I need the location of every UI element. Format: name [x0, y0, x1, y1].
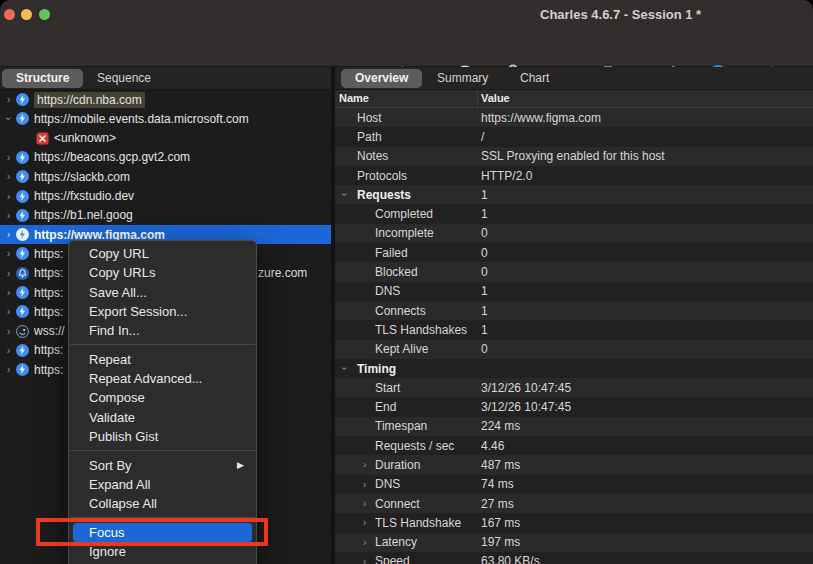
secure-host-icon — [16, 344, 29, 357]
tab-chart[interactable]: Chart — [520, 69, 549, 88]
tree-row-label: https://cdn.nba.com — [34, 92, 145, 108]
chevron-right-icon[interactable]: › — [4, 302, 13, 321]
secure-host-icon — [16, 209, 29, 222]
menu-item-sort-by[interactable]: ▶Sort By — [69, 456, 256, 475]
column-divider[interactable] — [477, 90, 478, 107]
menu-item-find-in[interactable]: Find In... — [69, 321, 256, 340]
chevron-right-icon[interactable]: › — [4, 244, 13, 263]
row-timing-section[interactable]: ›Timing — [335, 359, 813, 378]
menu-item-publish-gist[interactable]: Publish Gist — [69, 427, 256, 446]
row-tls-handshake-time[interactable]: ›TLS Handshake 167 ms — [335, 513, 813, 532]
tree-row-label: https://beacons.gcp.gvt2.com — [34, 150, 190, 164]
tree-row-label: https://slackb.com — [34, 170, 130, 184]
tab-sequence[interactable]: Sequence — [97, 69, 151, 88]
zoom-window-icon[interactable] — [39, 9, 50, 20]
secure-host-icon — [16, 363, 29, 376]
chevron-right-icon[interactable]: › — [4, 90, 13, 109]
secure-host-icon — [16, 93, 29, 106]
tree-row-label: https: — [34, 363, 63, 377]
tab-structure[interactable]: Structure — [2, 69, 83, 88]
row-connects[interactable]: Connects 1 — [335, 301, 813, 320]
row-kept-alive[interactable]: Kept Alive 0 — [335, 340, 813, 359]
close-window-icon[interactable] — [4, 9, 15, 20]
error-icon — [36, 132, 49, 145]
row-host[interactable]: Host https://www.figma.com — [335, 108, 813, 127]
overview-rows: Host https://www.figma.com Path / Notes … — [335, 108, 813, 564]
tree-row-beacons[interactable]: › https://beacons.gcp.gvt2.com — [0, 148, 331, 167]
tree-row-slackb[interactable]: › https://slackb.com — [0, 167, 331, 186]
chevron-right-icon[interactable]: › — [4, 206, 13, 225]
row-tls-handshakes[interactable]: TLS Handshakes 1 — [335, 320, 813, 339]
chevron-right-icon[interactable]: › — [4, 167, 13, 186]
tree-row-microsoft[interactable]: › https://mobile.events.data.microsoft.c… — [0, 109, 331, 128]
row-latency[interactable]: ›Latency 197 ms — [335, 533, 813, 552]
chevron-right-icon[interactable]: › — [4, 341, 13, 360]
tree-row-b1-nel[interactable]: › https://b1.nel.goog — [0, 206, 331, 225]
tree-row-cdn-nba[interactable]: › https://cdn.nba.com — [0, 90, 331, 109]
menu-item-export-session[interactable]: Export Session... — [69, 302, 256, 321]
row-completed[interactable]: Completed 1 — [335, 204, 813, 223]
row-notes[interactable]: Notes SSL Proxying enabled for this host — [335, 147, 813, 166]
chevron-right-icon[interactable]: › — [4, 148, 13, 167]
menu-item-copy-urls[interactable]: Copy URLs — [69, 263, 256, 282]
row-speed[interactable]: ›Speed 63.80 KB/s — [335, 552, 813, 564]
menu-item-validate[interactable]: Validate — [69, 408, 256, 427]
chevron-right-icon[interactable]: › — [4, 225, 13, 244]
minimize-window-icon[interactable] — [21, 9, 32, 20]
tab-overview[interactable]: Overview — [341, 69, 422, 88]
menu-item-repeat-advanced[interactable]: Repeat Advanced... — [69, 369, 256, 388]
grid-header: Name Value — [335, 90, 813, 108]
chevron-right-icon[interactable]: › — [363, 479, 366, 490]
chevron-right-icon[interactable]: › — [363, 517, 366, 528]
tree-row-label: https://b1.nel.goog — [34, 208, 133, 222]
row-connect-time[interactable]: ›Connect 27 ms — [335, 494, 813, 513]
menu-item-expand-all[interactable]: Expand All — [69, 475, 256, 494]
menu-item-collapse-all[interactable]: Collapse All — [69, 494, 256, 513]
chevron-expanded-icon[interactable]: › — [0, 114, 18, 123]
chevron-right-icon[interactable]: › — [4, 322, 13, 341]
chevron-right-icon[interactable]: › — [363, 459, 366, 470]
chevron-expanded-icon[interactable]: › — [339, 367, 350, 370]
menu-item-copy-url[interactable]: Copy URL — [69, 244, 256, 263]
row-protocols[interactable]: Protocols HTTP/2.0 — [335, 166, 813, 185]
row-path[interactable]: Path / — [335, 127, 813, 146]
tree-row-label-fragment: zure.com — [258, 266, 307, 280]
secure-host-icon — [16, 305, 29, 318]
menu-item-compose[interactable]: Compose — [69, 388, 256, 407]
row-failed[interactable]: Failed 0 — [335, 243, 813, 262]
column-header-name: Name — [339, 92, 369, 104]
secure-host-icon — [16, 286, 29, 299]
row-timespan[interactable]: Timespan 224 ms — [335, 417, 813, 436]
row-dns-time[interactable]: ›DNS 74 ms — [335, 475, 813, 494]
row-end[interactable]: End 3/12/26 10:47:45 — [335, 397, 813, 416]
tree-row-fxstudio[interactable]: › https://fxstudio.dev — [0, 187, 331, 206]
row-requests-per-sec[interactable]: Requests / sec 4.46 — [335, 436, 813, 455]
row-requests-section[interactable]: ›Requests 1 — [335, 185, 813, 204]
chevron-right-icon[interactable]: › — [4, 283, 13, 302]
row-dns-count[interactable]: DNS 1 — [335, 282, 813, 301]
row-start[interactable]: Start 3/12/26 10:47:45 — [335, 378, 813, 397]
overview-panel: Overview Summary Chart Name Value Host h… — [335, 67, 813, 564]
right-tab-bar: Overview Summary Chart — [335, 67, 813, 90]
chevron-right-icon[interactable]: › — [4, 264, 13, 283]
row-incomplete[interactable]: Incomplete 0 — [335, 224, 813, 243]
title-bar: Charles 4.6.7 - Session 1 * — [0, 0, 813, 28]
websocket-icon — [16, 325, 29, 338]
secure-host-icon — [16, 151, 29, 164]
chevron-right-icon[interactable]: › — [363, 556, 366, 564]
tree-row-label: https: — [34, 247, 63, 261]
tree-row-unknown[interactable]: <unknown> — [0, 129, 331, 148]
menu-item-save-all[interactable]: Save All... — [69, 283, 256, 302]
tree-row-label: https: — [34, 343, 63, 357]
secure-host-icon — [16, 247, 29, 260]
chevron-expanded-icon[interactable]: › — [339, 193, 350, 196]
tab-summary[interactable]: Summary — [437, 69, 488, 88]
row-duration[interactable]: ›Duration 487 ms — [335, 455, 813, 474]
menu-item-repeat[interactable]: Repeat — [69, 350, 256, 369]
chevron-right-icon[interactable]: › — [363, 537, 366, 548]
row-blocked[interactable]: Blocked 0 — [335, 262, 813, 281]
chevron-right-icon[interactable]: › — [4, 360, 13, 379]
chevron-right-icon[interactable]: › — [363, 498, 366, 509]
chevron-right-icon[interactable]: › — [4, 187, 13, 206]
bell-host-icon — [16, 267, 29, 280]
